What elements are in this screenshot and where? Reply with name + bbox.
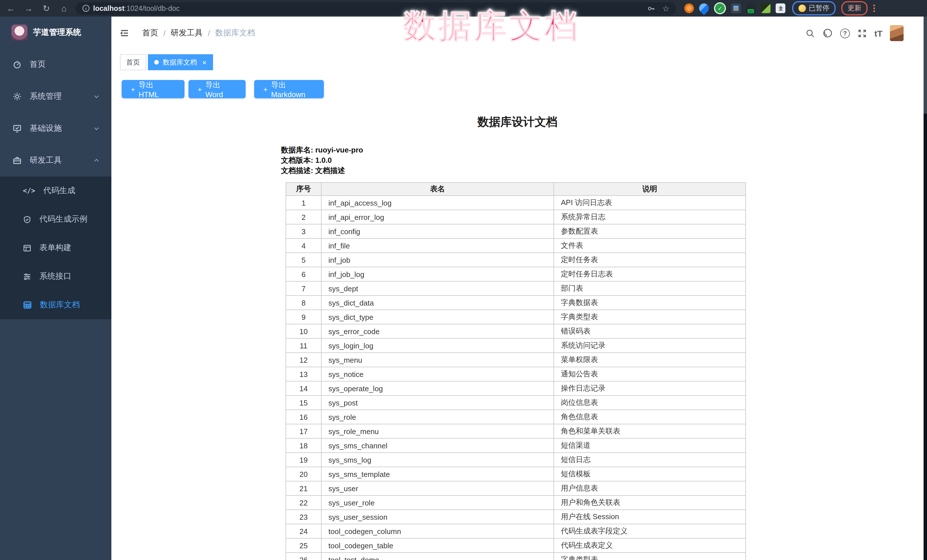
breadcrumb-home[interactable]: 首页: [142, 28, 158, 38]
export-word-button[interactable]: + 导出 Word: [188, 80, 246, 98]
puzzle-icon[interactable]: [776, 3, 785, 13]
table-name-link[interactable]: sys_login_log: [321, 338, 554, 353]
forward-icon[interactable]: →: [22, 2, 35, 15]
sidebar-item-codegen-demo[interactable]: 代码生成示例: [0, 205, 111, 234]
table-name-link[interactable]: sys_sms_log: [321, 453, 554, 467]
table-name-link[interactable]: sys_sms_channel: [321, 439, 554, 453]
tab-home[interactable]: 首页: [120, 54, 146, 70]
breadcrumb-devtools[interactable]: 研发工具: [171, 28, 203, 38]
sidebar-item-system[interactable]: 系统管理: [0, 80, 111, 112]
extension-orange-icon[interactable]: [684, 3, 694, 13]
table-name-link[interactable]: inf_job_log: [321, 267, 554, 281]
export-markdown-button[interactable]: + 导出 Markdown: [254, 80, 324, 98]
sidebar-item-devtools[interactable]: 研发工具: [0, 144, 111, 176]
table-desc: 岗位信息表: [554, 396, 746, 410]
table-name-link[interactable]: inf_job: [321, 253, 554, 267]
emoji-icon: [798, 5, 806, 12]
row-index: 26: [286, 552, 321, 560]
sidebar-item-system-api[interactable]: 系统接口: [0, 262, 111, 291]
table-row: 5 inf_job 定时任务表: [286, 253, 746, 267]
browser-menu-icon[interactable]: [873, 5, 875, 12]
table-name-link[interactable]: sys_user_session: [321, 510, 554, 524]
db-name-value: ruoyi-vue-pro: [315, 146, 363, 154]
key-icon[interactable]: [647, 4, 655, 12]
table-name-link[interactable]: inf_api_error_log: [321, 210, 554, 224]
export-html-button[interactable]: + 导出 HTML: [122, 80, 184, 98]
table-name-link[interactable]: sys_role_menu: [321, 424, 554, 439]
table-desc: 字典类型表: [554, 552, 746, 560]
app-logo-row[interactable]: 芋道管理系统: [0, 17, 111, 49]
table-row: 26 tool_test_demo 字典类型表: [286, 552, 746, 560]
extension-leaf-icon[interactable]: [761, 3, 770, 13]
paused-badge[interactable]: 已暂停: [792, 1, 836, 15]
table-desc: 字典类型表: [554, 310, 746, 324]
table-name-link[interactable]: sys_sms_template: [321, 467, 554, 481]
table-name-link[interactable]: sys_error_code: [321, 324, 554, 338]
table-name-link[interactable]: sys_dict_data: [321, 296, 554, 310]
sidebar-item-db-doc[interactable]: 数据库文档: [0, 291, 111, 319]
table-name-link[interactable]: tool_test_demo: [321, 552, 554, 560]
sidebar-item-home[interactable]: 首页: [0, 49, 111, 80]
table-row: 3 inf_config 参数配置表: [286, 224, 746, 238]
table-name-link[interactable]: inf_file: [321, 238, 554, 253]
github-icon[interactable]: [822, 28, 833, 38]
help-icon[interactable]: ?: [840, 28, 850, 38]
search-icon[interactable]: [805, 28, 815, 38]
table-name-link[interactable]: inf_config: [321, 224, 554, 238]
extension-on-icon[interactable]: on: [746, 3, 756, 13]
page-scrollbar[interactable]: [924, 17, 927, 560]
update-label: 更新: [848, 3, 861, 13]
table-name-link[interactable]: sys_dict_type: [321, 310, 554, 324]
bookmark-star-icon[interactable]: ☆: [662, 4, 669, 13]
table-desc: 短信渠道: [554, 439, 746, 453]
devtools-submenu: </> 代码生成 代码生成示例 表单构建 系统接口 数据库文档: [0, 176, 111, 319]
row-index: 3: [286, 224, 321, 238]
sidebar-item-label: 数据库文档: [40, 300, 80, 310]
table-name-link[interactable]: sys_role: [321, 410, 554, 424]
table-name-link[interactable]: tool_codegen_table: [321, 538, 554, 552]
sidebar-item-label: 代码生成示例: [40, 214, 87, 225]
table-row: 4 inf_file 文件表: [286, 238, 746, 253]
update-button[interactable]: 更新: [841, 1, 868, 15]
table-name-link[interactable]: sys_menu: [321, 353, 554, 367]
gear-icon: [12, 92, 22, 101]
font-size-icon[interactable]: tT: [874, 28, 883, 38]
sidebar-collapse-icon[interactable]: [119, 28, 130, 38]
extension-pin-icon[interactable]: [697, 2, 711, 15]
sidebar-item-form-builder[interactable]: 表单构建: [0, 234, 111, 262]
screen: ← → ↻ ⌂ localhost:1024/tool/db-doc ☆ ✓ o…: [0, 0, 927, 560]
tab-db-doc[interactable]: 数据库文档 ×: [148, 54, 213, 70]
fullscreen-icon[interactable]: [857, 28, 867, 38]
table-name-link[interactable]: inf_api_access_log: [321, 196, 554, 210]
reload-icon[interactable]: ↻: [40, 2, 53, 15]
table-name-link[interactable]: sys_user_role: [321, 495, 554, 510]
close-icon[interactable]: ×: [202, 58, 207, 67]
table-desc: 短信模板: [554, 467, 746, 481]
table-desc: 系统访问记录: [554, 338, 746, 353]
doc-title: 数据库设计文档: [111, 114, 924, 130]
table-name-link[interactable]: sys_operate_log: [321, 381, 554, 396]
table-row: 12 sys_menu 菜单权限表: [286, 353, 746, 367]
home-icon[interactable]: ⌂: [57, 2, 71, 15]
avatar[interactable]: [890, 25, 904, 41]
scrollbar-thumb[interactable]: [924, 17, 927, 114]
table-name-link[interactable]: sys_user: [321, 481, 554, 495]
table-row: 20 sys_sms_template 短信模板: [286, 467, 746, 481]
table-name-link[interactable]: sys_post: [321, 396, 554, 410]
address-bar[interactable]: localhost:1024/tool/db-doc ☆: [75, 2, 676, 15]
code-icon: </>: [23, 187, 35, 195]
extension-check-icon[interactable]: ✓: [714, 2, 726, 14]
dashboard-icon: [12, 60, 22, 69]
row-index: 12: [286, 353, 321, 367]
row-index: 11: [286, 338, 321, 353]
sidebar-item-label: 代码生成: [43, 186, 75, 196]
row-index: 7: [286, 281, 321, 296]
table-name-link[interactable]: tool_codegen_column: [321, 524, 554, 538]
back-icon[interactable]: ←: [4, 2, 18, 15]
sidebar-item-infra[interactable]: 基础设施: [0, 112, 111, 144]
info-icon[interactable]: [82, 5, 90, 12]
table-name-link[interactable]: sys_dept: [321, 281, 554, 296]
sidebar-item-codegen[interactable]: </> 代码生成: [0, 176, 111, 205]
table-name-link[interactable]: sys_notice: [321, 367, 554, 381]
extension-grid-icon[interactable]: [731, 3, 741, 13]
